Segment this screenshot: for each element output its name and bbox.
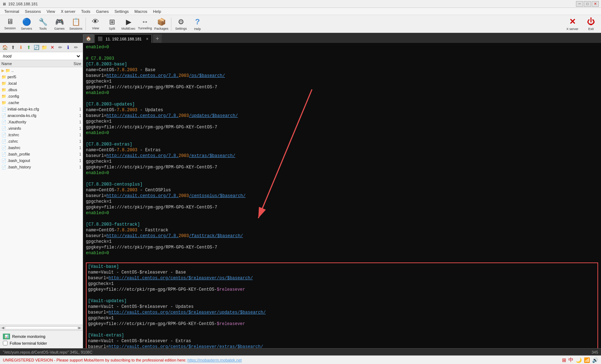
tree-item-viminfo[interactable]: 📄 .viminfo 1 <box>0 125 83 132</box>
tree-item-tcshrc[interactable]: 📄 .tcshrc 1 <box>0 132 83 138</box>
tools-icon: 🔧 <box>39 18 48 26</box>
tree-item-anaconda[interactable]: 📄 anaconda-ks.cfg 1 <box>0 112 83 119</box>
file-name: .. <box>11 68 74 73</box>
file-icon: 📄 <box>1 120 6 124</box>
active-tab[interactable]: ⬛ 11. 192.168.188.181 × <box>94 34 152 43</box>
packages-button[interactable]: 📦 Packages <box>153 16 169 32</box>
sidebar-newfolder-btn[interactable]: 📁 <box>41 44 48 51</box>
menu-settings[interactable]: Settings <box>112 9 132 14</box>
tree-item-dotdot[interactable]: ▶ 📁 .. <box>0 67 83 74</box>
tunneling-button[interactable]: ↔ Tunneling <box>137 16 153 32</box>
remote-monitoring-label: Remote monitoring <box>12 334 45 339</box>
tab-close-btn[interactable]: × <box>146 36 148 41</box>
multiexec-label: MultiExec <box>121 27 135 30</box>
games-button[interactable]: 🎮 Games <box>52 16 67 32</box>
multiexec-icon: ▶ <box>126 18 131 26</box>
scroll-track <box>5 326 78 329</box>
titlebar-left: 🖥 192.168.188.181 <box>2 2 38 6</box>
sessions-button[interactable]: 📋 Sessions <box>68 16 84 32</box>
menu-view[interactable]: View <box>44 9 58 14</box>
term-line <box>86 136 598 142</box>
view-button[interactable]: 👁 View <box>88 16 103 32</box>
term-line <box>88 292 596 298</box>
term-line: enabled=0 <box>86 210 598 216</box>
term-line: baseurl=http://vault.centos.org/7.8.2003… <box>86 73 598 79</box>
servers-button[interactable]: 🔵 Servers <box>19 16 34 32</box>
home-tab-btn[interactable]: 🏠 <box>83 34 94 43</box>
mobaxterm-link[interactable]: https://mobaxterm.mobatek.net <box>187 358 242 362</box>
exit-button[interactable]: ⏻ Exit <box>583 16 599 32</box>
menu-games[interactable]: Games <box>93 9 112 14</box>
file-size: 1 <box>74 107 81 111</box>
sidebar-delete-btn[interactable]: ✕ <box>49 44 56 51</box>
split-button[interactable]: ⊞ Split <box>104 16 120 32</box>
scroll-right-btn[interactable]: ▶ <box>78 326 81 330</box>
tree-item-bash-logout[interactable]: 📄 .bash_logout 1 <box>0 157 83 164</box>
menu-terminal[interactable]: Terminal <box>1 9 22 14</box>
sidebar-home-btn[interactable]: 🏠 <box>1 44 9 51</box>
scroll-left-btn[interactable]: ◀ <box>1 326 4 330</box>
sidebar-bottom: 📊 Remote monitoring Follow terminal fold… <box>0 330 83 348</box>
sidebar-edit-btn[interactable]: ✏ <box>72 44 79 51</box>
sidebar-info-btn[interactable]: ℹ <box>64 44 72 51</box>
packages-icon: 📦 <box>157 18 166 26</box>
term-line: gpgkey=file:///etc/pki/rpm-gpg/RPM-GPG-K… <box>86 245 598 250</box>
term-line: gpgcheck=1 <box>86 199 598 205</box>
sidebar-toolbar: 🏠 ⬆ ⬇ ⬆ 🔄 📁 ✕ ✏ ℹ ✏ <box>0 43 83 52</box>
menu-help[interactable]: Help <box>150 9 164 14</box>
maximize-button[interactable]: □ <box>584 1 591 7</box>
remote-monitoring-btn[interactable]: 📊 Remote monitoring <box>3 334 80 339</box>
file-tree: ▶ 📁 .. 📁 perl5 📁 .local 📁 .dbus 📁 <box>0 67 83 325</box>
term-line: [Vault-base] <box>88 264 596 270</box>
term-line: enabled=0 <box>86 250 598 256</box>
servers-icon: 🔵 <box>22 18 31 26</box>
tree-item-perl5[interactable]: 📁 perl5 <box>0 74 83 80</box>
file-name: .bash_history <box>8 165 74 169</box>
menu-macros[interactable]: Macros <box>132 9 150 14</box>
follow-terminal-toggle[interactable]: Follow terminal folder <box>3 341 80 345</box>
sidebar-upload-btn[interactable]: ⬆ <box>25 44 32 51</box>
menu-tools[interactable]: Tools <box>78 9 93 14</box>
servers-label: Servers <box>21 27 32 30</box>
menubar: Terminal Sessions View X server Tools Ga… <box>0 8 601 15</box>
sidebar-scroll-bar[interactable]: ◀ ▶ <box>0 325 83 330</box>
tray-lang-icon[interactable]: 中 <box>568 357 573 363</box>
tools-button[interactable]: 🔧 Tools <box>35 16 51 32</box>
tree-item-cache[interactable]: 📁 .cache <box>0 99 83 106</box>
tree-item-local[interactable]: 📁 .local <box>0 80 83 87</box>
term-line: gpgkey=file:///etc/pki/rpm-gpg/RPM-GPG-K… <box>86 205 598 210</box>
tree-item-xauthority[interactable]: 📄 .Xauthority 1 <box>0 119 83 125</box>
terminal-area[interactable]: enabled=0 # C7.8.2003 [C7.8.2003-base] n… <box>83 43 601 348</box>
term-line: [C7.8.2003-base] <box>86 62 598 67</box>
vault-section-highlight: [Vault-base] name=Vault - CentOS-$releas… <box>86 262 598 348</box>
tree-item-config[interactable]: 📁 .config <box>0 93 83 99</box>
multiexec-button[interactable]: ▶ MultiExec <box>121 16 136 32</box>
sidebar-refresh-btn[interactable]: 🔄 <box>33 44 40 51</box>
new-tab-button[interactable]: + <box>153 34 162 43</box>
tree-item-bash-profile[interactable]: 📄 .bash_profile 1 <box>0 151 83 157</box>
tray-speaker-icon[interactable]: 🔊 <box>592 357 598 363</box>
tree-item-dbus[interactable]: 📁 .dbus <box>0 87 83 93</box>
tray-wifi-icon[interactable]: 📶 <box>584 357 590 363</box>
menu-xserver[interactable]: X server <box>58 9 78 14</box>
menu-sessions[interactable]: Sessions <box>22 9 44 14</box>
sidebar-download-btn[interactable]: ⬇ <box>17 44 24 51</box>
tray-moon-icon[interactable]: 🌙 <box>576 357 582 363</box>
minimize-button[interactable]: ─ <box>576 1 583 7</box>
session-button[interactable]: 🖥 Session <box>2 16 18 32</box>
tree-item-bashrc[interactable]: 📄 .bashrc 1 <box>0 144 83 151</box>
sidebar-up-btn[interactable]: ⬆ <box>9 44 16 51</box>
path-select[interactable]: /root/ <box>1 54 81 59</box>
xserver-button[interactable]: ✕ X server <box>565 16 580 32</box>
help-button[interactable]: ? Help <box>190 16 205 32</box>
sidebar-rename-btn[interactable]: ✏ <box>57 44 64 51</box>
tree-item-bash-history[interactable]: 📄 .bash_history 1 <box>0 164 83 170</box>
close-button[interactable]: ✕ <box>592 1 599 7</box>
tray-windows-icon[interactable]: ⊞ <box>562 357 566 363</box>
settings-button[interactable]: ⚙ Settings <box>173 16 189 32</box>
tree-item-cshrc[interactable]: 📄 .cshrc 1 <box>0 138 83 144</box>
follow-terminal-checkbox[interactable] <box>3 341 8 345</box>
sidebar-path[interactable]: /root/ <box>0 52 83 60</box>
tree-item-initial-setup[interactable]: 📄 initial-setup-ks.cfg 1 <box>0 106 83 112</box>
file-icon: 📄 <box>1 152 6 157</box>
